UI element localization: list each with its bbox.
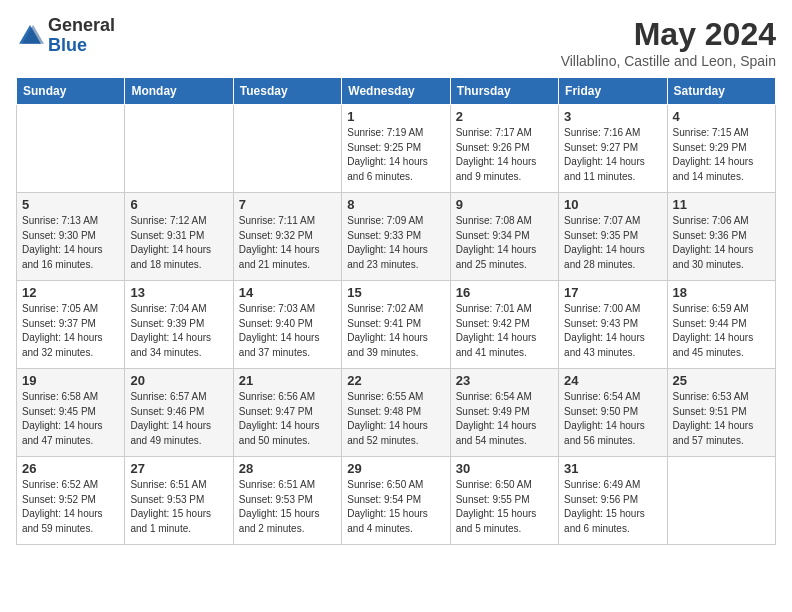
- location-subtitle: Villablino, Castille and Leon, Spain: [561, 53, 776, 69]
- weekday-row: SundayMondayTuesdayWednesdayThursdayFrid…: [17, 78, 776, 105]
- day-number: 23: [456, 373, 553, 388]
- day-detail: Sunrise: 6:49 AM Sunset: 9:56 PM Dayligh…: [564, 478, 661, 536]
- day-detail: Sunrise: 6:51 AM Sunset: 9:53 PM Dayligh…: [130, 478, 227, 536]
- day-detail: Sunrise: 6:57 AM Sunset: 9:46 PM Dayligh…: [130, 390, 227, 448]
- day-number: 21: [239, 373, 336, 388]
- day-number: 20: [130, 373, 227, 388]
- calendar-cell: 2Sunrise: 7:17 AM Sunset: 9:26 PM Daylig…: [450, 105, 558, 193]
- logo-general-text: General: [48, 16, 115, 36]
- calendar-header: SundayMondayTuesdayWednesdayThursdayFrid…: [17, 78, 776, 105]
- calendar-table: SundayMondayTuesdayWednesdayThursdayFrid…: [16, 77, 776, 545]
- day-detail: Sunrise: 7:19 AM Sunset: 9:25 PM Dayligh…: [347, 126, 444, 184]
- day-detail: Sunrise: 7:04 AM Sunset: 9:39 PM Dayligh…: [130, 302, 227, 360]
- calendar-cell: 27Sunrise: 6:51 AM Sunset: 9:53 PM Dayli…: [125, 457, 233, 545]
- day-detail: Sunrise: 7:03 AM Sunset: 9:40 PM Dayligh…: [239, 302, 336, 360]
- weekday-header-sunday: Sunday: [17, 78, 125, 105]
- calendar-cell: 8Sunrise: 7:09 AM Sunset: 9:33 PM Daylig…: [342, 193, 450, 281]
- page-header: General Blue May 2024 Villablino, Castil…: [16, 16, 776, 69]
- weekday-header-thursday: Thursday: [450, 78, 558, 105]
- day-detail: Sunrise: 6:52 AM Sunset: 9:52 PM Dayligh…: [22, 478, 119, 536]
- month-year-title: May 2024: [561, 16, 776, 53]
- calendar-week-1: 1Sunrise: 7:19 AM Sunset: 9:25 PM Daylig…: [17, 105, 776, 193]
- calendar-cell: 17Sunrise: 7:00 AM Sunset: 9:43 PM Dayli…: [559, 281, 667, 369]
- calendar-cell: 4Sunrise: 7:15 AM Sunset: 9:29 PM Daylig…: [667, 105, 775, 193]
- logo-blue-text: Blue: [48, 36, 115, 56]
- day-number: 13: [130, 285, 227, 300]
- calendar-cell: [17, 105, 125, 193]
- calendar-cell: 10Sunrise: 7:07 AM Sunset: 9:35 PM Dayli…: [559, 193, 667, 281]
- weekday-header-tuesday: Tuesday: [233, 78, 341, 105]
- title-area: May 2024 Villablino, Castille and Leon, …: [561, 16, 776, 69]
- weekday-header-monday: Monday: [125, 78, 233, 105]
- calendar-cell: 5Sunrise: 7:13 AM Sunset: 9:30 PM Daylig…: [17, 193, 125, 281]
- day-detail: Sunrise: 6:56 AM Sunset: 9:47 PM Dayligh…: [239, 390, 336, 448]
- day-number: 9: [456, 197, 553, 212]
- day-number: 28: [239, 461, 336, 476]
- day-number: 5: [22, 197, 119, 212]
- calendar-week-5: 26Sunrise: 6:52 AM Sunset: 9:52 PM Dayli…: [17, 457, 776, 545]
- weekday-header-saturday: Saturday: [667, 78, 775, 105]
- day-detail: Sunrise: 6:54 AM Sunset: 9:50 PM Dayligh…: [564, 390, 661, 448]
- day-number: 16: [456, 285, 553, 300]
- calendar-week-2: 5Sunrise: 7:13 AM Sunset: 9:30 PM Daylig…: [17, 193, 776, 281]
- day-number: 1: [347, 109, 444, 124]
- day-number: 2: [456, 109, 553, 124]
- day-detail: Sunrise: 7:06 AM Sunset: 9:36 PM Dayligh…: [673, 214, 770, 272]
- calendar-cell: 20Sunrise: 6:57 AM Sunset: 9:46 PM Dayli…: [125, 369, 233, 457]
- day-detail: Sunrise: 6:54 AM Sunset: 9:49 PM Dayligh…: [456, 390, 553, 448]
- day-detail: Sunrise: 6:53 AM Sunset: 9:51 PM Dayligh…: [673, 390, 770, 448]
- day-number: 8: [347, 197, 444, 212]
- day-detail: Sunrise: 7:15 AM Sunset: 9:29 PM Dayligh…: [673, 126, 770, 184]
- calendar-cell: 1Sunrise: 7:19 AM Sunset: 9:25 PM Daylig…: [342, 105, 450, 193]
- day-detail: Sunrise: 7:07 AM Sunset: 9:35 PM Dayligh…: [564, 214, 661, 272]
- calendar-week-3: 12Sunrise: 7:05 AM Sunset: 9:37 PM Dayli…: [17, 281, 776, 369]
- logo-text: General Blue: [48, 16, 115, 56]
- day-detail: Sunrise: 7:09 AM Sunset: 9:33 PM Dayligh…: [347, 214, 444, 272]
- day-number: 7: [239, 197, 336, 212]
- calendar-cell: 15Sunrise: 7:02 AM Sunset: 9:41 PM Dayli…: [342, 281, 450, 369]
- day-number: 12: [22, 285, 119, 300]
- calendar-cell: 3Sunrise: 7:16 AM Sunset: 9:27 PM Daylig…: [559, 105, 667, 193]
- calendar-cell: 12Sunrise: 7:05 AM Sunset: 9:37 PM Dayli…: [17, 281, 125, 369]
- day-detail: Sunrise: 7:12 AM Sunset: 9:31 PM Dayligh…: [130, 214, 227, 272]
- day-detail: Sunrise: 6:51 AM Sunset: 9:53 PM Dayligh…: [239, 478, 336, 536]
- day-detail: Sunrise: 7:01 AM Sunset: 9:42 PM Dayligh…: [456, 302, 553, 360]
- day-detail: Sunrise: 7:17 AM Sunset: 9:26 PM Dayligh…: [456, 126, 553, 184]
- day-detail: Sunrise: 7:05 AM Sunset: 9:37 PM Dayligh…: [22, 302, 119, 360]
- day-number: 14: [239, 285, 336, 300]
- day-number: 19: [22, 373, 119, 388]
- day-detail: Sunrise: 6:50 AM Sunset: 9:54 PM Dayligh…: [347, 478, 444, 536]
- day-number: 18: [673, 285, 770, 300]
- day-detail: Sunrise: 6:59 AM Sunset: 9:44 PM Dayligh…: [673, 302, 770, 360]
- calendar-cell: 29Sunrise: 6:50 AM Sunset: 9:54 PM Dayli…: [342, 457, 450, 545]
- calendar-cell: 24Sunrise: 6:54 AM Sunset: 9:50 PM Dayli…: [559, 369, 667, 457]
- day-detail: Sunrise: 6:55 AM Sunset: 9:48 PM Dayligh…: [347, 390, 444, 448]
- calendar-cell: 14Sunrise: 7:03 AM Sunset: 9:40 PM Dayli…: [233, 281, 341, 369]
- calendar-cell: 30Sunrise: 6:50 AM Sunset: 9:55 PM Dayli…: [450, 457, 558, 545]
- day-detail: Sunrise: 6:50 AM Sunset: 9:55 PM Dayligh…: [456, 478, 553, 536]
- weekday-header-friday: Friday: [559, 78, 667, 105]
- calendar-cell: 22Sunrise: 6:55 AM Sunset: 9:48 PM Dayli…: [342, 369, 450, 457]
- day-number: 25: [673, 373, 770, 388]
- day-detail: Sunrise: 7:02 AM Sunset: 9:41 PM Dayligh…: [347, 302, 444, 360]
- day-detail: Sunrise: 7:13 AM Sunset: 9:30 PM Dayligh…: [22, 214, 119, 272]
- calendar-cell: 19Sunrise: 6:58 AM Sunset: 9:45 PM Dayli…: [17, 369, 125, 457]
- day-detail: Sunrise: 7:16 AM Sunset: 9:27 PM Dayligh…: [564, 126, 661, 184]
- calendar-cell: 13Sunrise: 7:04 AM Sunset: 9:39 PM Dayli…: [125, 281, 233, 369]
- day-detail: Sunrise: 6:58 AM Sunset: 9:45 PM Dayligh…: [22, 390, 119, 448]
- day-number: 24: [564, 373, 661, 388]
- day-number: 27: [130, 461, 227, 476]
- day-number: 3: [564, 109, 661, 124]
- day-number: 29: [347, 461, 444, 476]
- logo: General Blue: [16, 16, 115, 56]
- calendar-body: 1Sunrise: 7:19 AM Sunset: 9:25 PM Daylig…: [17, 105, 776, 545]
- day-number: 31: [564, 461, 661, 476]
- calendar-cell: 23Sunrise: 6:54 AM Sunset: 9:49 PM Dayli…: [450, 369, 558, 457]
- calendar-cell: [667, 457, 775, 545]
- calendar-cell: 6Sunrise: 7:12 AM Sunset: 9:31 PM Daylig…: [125, 193, 233, 281]
- calendar-cell: 11Sunrise: 7:06 AM Sunset: 9:36 PM Dayli…: [667, 193, 775, 281]
- calendar-cell: 16Sunrise: 7:01 AM Sunset: 9:42 PM Dayli…: [450, 281, 558, 369]
- calendar-cell: 18Sunrise: 6:59 AM Sunset: 9:44 PM Dayli…: [667, 281, 775, 369]
- calendar-cell: 9Sunrise: 7:08 AM Sunset: 9:34 PM Daylig…: [450, 193, 558, 281]
- calendar-week-4: 19Sunrise: 6:58 AM Sunset: 9:45 PM Dayli…: [17, 369, 776, 457]
